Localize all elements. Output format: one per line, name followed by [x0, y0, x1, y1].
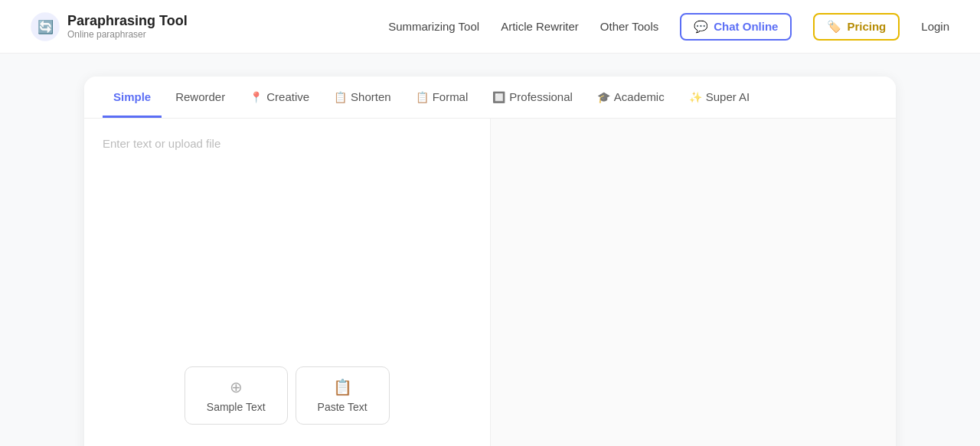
main-content: Simple Reworder 📍 Creative 📋 Shorten 📋 F… — [69, 77, 911, 446]
pricing-icon: 🏷️ — [827, 20, 841, 34]
tab-simple[interactable]: Simple — [103, 77, 162, 118]
nav-other-tools[interactable]: Other Tools — [600, 20, 658, 33]
tab-academic[interactable]: 🎓 Academic — [586, 77, 675, 118]
svg-text:🔄: 🔄 — [38, 19, 54, 35]
paste-text-label: Paste Text — [318, 401, 368, 413]
sample-text-button[interactable]: ⊕ Sample Text — [185, 366, 288, 425]
tab-formal-label: Formal — [433, 90, 469, 103]
tab-simple-label: Simple — [113, 90, 151, 103]
tab-creative[interactable]: 📍 Creative — [239, 77, 320, 118]
sample-text-icon: ⊕ — [230, 378, 243, 396]
logo-subtitle: Online paraphraser — [67, 29, 188, 40]
input-panel: ⊕ Sample Text 📋 Paste Text — [84, 119, 491, 446]
academic-icon: 🎓 — [597, 91, 610, 103]
tab-super-ai[interactable]: ✨ Super AI — [678, 77, 761, 118]
text-input[interactable] — [84, 119, 490, 348]
tab-professional-label: Professional — [509, 90, 573, 103]
main-nav: Summarizing Tool Article Rewriter Other … — [388, 13, 949, 41]
tab-formal[interactable]: 📋 Formal — [405, 77, 479, 118]
sample-text-label: Sample Text — [207, 401, 266, 413]
result-panel — [491, 119, 897, 446]
tab-professional[interactable]: 🔲 Professional — [482, 77, 583, 118]
pricing-label: Pricing — [847, 20, 886, 33]
nav-article-rewriter[interactable]: Article Rewriter — [501, 20, 579, 33]
mode-tabs: Simple Reworder 📍 Creative 📋 Shorten 📋 F… — [84, 77, 896, 119]
header: 🔄 Paraphrasing Tool Online paraphraser S… — [0, 0, 980, 54]
pricing-button[interactable]: 🏷️ Pricing — [813, 13, 900, 41]
paste-text-button[interactable]: 📋 Paste Text — [296, 366, 390, 425]
formal-icon: 📋 — [416, 91, 429, 103]
tab-super-ai-label: Super AI — [706, 90, 750, 103]
professional-icon: 🔲 — [492, 91, 505, 103]
nav-summarizing-tool[interactable]: Summarizing Tool — [388, 20, 479, 33]
tab-reworder[interactable]: Reworder — [165, 77, 236, 118]
paraphrase-card: Simple Reworder 📍 Creative 📋 Shorten 📋 F… — [84, 77, 896, 446]
chat-online-button[interactable]: 💬 Chat Online — [680, 13, 792, 41]
content-area: ⊕ Sample Text 📋 Paste Text — [84, 119, 896, 446]
tab-creative-label: Creative — [266, 90, 309, 103]
logo-text-block: Paraphrasing Tool Online paraphraser — [67, 13, 188, 40]
paste-text-icon: 📋 — [333, 378, 352, 396]
chat-icon: 💬 — [694, 20, 708, 34]
tab-academic-label: Academic — [614, 90, 665, 103]
logo-icon: 🔄 — [31, 12, 60, 41]
logo-title: Paraphrasing Tool — [67, 13, 188, 29]
login-button[interactable]: Login — [921, 20, 949, 33]
super-ai-icon: ✨ — [689, 91, 702, 103]
creative-icon: 📍 — [250, 91, 263, 103]
tab-shorten[interactable]: 📋 Shorten — [323, 77, 402, 118]
logo-area: 🔄 Paraphrasing Tool Online paraphraser — [31, 12, 188, 41]
shorten-icon: 📋 — [334, 91, 347, 103]
tab-shorten-label: Shorten — [351, 90, 391, 103]
action-buttons: ⊕ Sample Text 📋 Paste Text — [84, 351, 490, 446]
chat-label: Chat Online — [714, 20, 778, 33]
tab-reworder-label: Reworder — [175, 90, 225, 103]
